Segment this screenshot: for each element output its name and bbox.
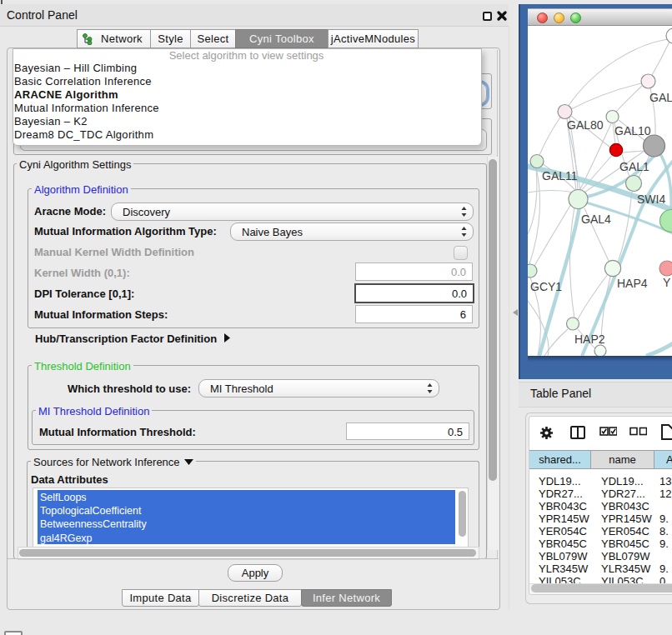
svg-text:GAL2: GAL2 <box>649 91 672 104</box>
svg-text:GAL80: GAL80 <box>567 118 604 132</box>
svg-text:GAL1: GAL1 <box>619 160 649 173</box>
svg-text:GCY1: GCY1 <box>530 280 562 293</box>
svg-text:HAP2: HAP2 <box>574 332 605 346</box>
svg-text:GAL4: GAL4 <box>581 212 611 226</box>
svg-text:Y: Y <box>663 276 671 289</box>
svg-text:SWI4: SWI4 <box>637 192 665 206</box>
svg-text:GAL10: GAL10 <box>614 124 651 138</box>
svg-text:GAL11: GAL11 <box>542 169 578 182</box>
svg-text:HAP4: HAP4 <box>617 277 648 290</box>
